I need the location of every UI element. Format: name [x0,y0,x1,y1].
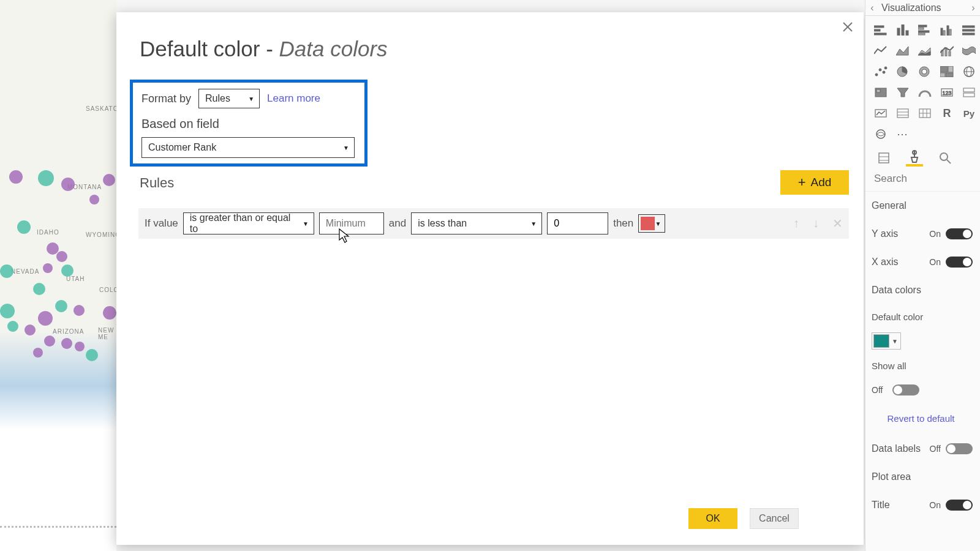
scatter-chart-icon[interactable] [872,64,890,80]
card-icon[interactable]: 123 [938,84,956,100]
svg-text:123: 123 [942,90,951,96]
learn-more-link[interactable]: Learn more [267,92,320,105]
hundred-percent-bar-chart-icon[interactable] [960,22,978,38]
kpi-icon[interactable] [872,105,890,121]
line-chart-icon[interactable] [872,43,890,59]
svg-rect-15 [949,29,951,36]
stacked-column-chart-icon[interactable] [894,22,912,38]
rule-value-1-input[interactable] [319,212,384,234]
ok-button[interactable]: OK [688,508,737,529]
map-label: NEW ME [98,327,116,340]
prop-default-color-label: Default color [869,304,973,329]
map-label: NEVADA [11,268,39,275]
x-axis-toggle[interactable] [946,257,973,268]
svg-rect-31 [940,73,945,77]
map-icon[interactable] [960,64,978,80]
clustered-column-chart-icon[interactable] [938,22,956,38]
treemap-icon[interactable] [938,64,956,80]
prop-data-colors[interactable]: Data colors [869,276,973,304]
pie-chart-icon[interactable] [894,64,912,80]
map-label: COLOR [99,287,116,293]
map-label: ARIZONA [53,328,84,335]
rule-operator-1-select[interactable]: is greater than or equal to [183,212,314,234]
stacked-area-chart-icon[interactable] [916,43,934,59]
more-visuals-icon[interactable]: ⋯ [894,126,912,142]
svg-rect-37 [876,89,880,92]
close-button[interactable] [839,18,856,36]
rule-operator-1-value: is greater than or equal to [190,212,295,234]
stacked-bar-chart-icon[interactable] [872,22,890,38]
svg-rect-7 [906,31,908,36]
svg-rect-17 [962,29,974,31]
rule-value-2-input[interactable] [547,212,608,234]
prop-data-labels[interactable]: Data labels Off [869,435,973,463]
data-labels-toggle[interactable] [946,443,973,454]
map-label: IDAHO [37,229,59,236]
table-icon[interactable] [916,105,934,121]
svg-point-24 [883,71,885,73]
cancel-button[interactable]: Cancel [750,508,799,529]
analytics-tab[interactable] [937,149,954,167]
toggle-off-label: Off [872,385,883,395]
svg-rect-4 [874,33,886,35]
toggle-off-label: Off [930,444,941,454]
panel-collapse-left-button[interactable]: ‹ [865,2,879,13]
fields-tab[interactable] [875,149,892,167]
based-on-field-select[interactable]: Customer Rank [141,137,355,158]
show-all-toggle[interactable] [892,384,919,395]
svg-rect-30 [948,66,953,72]
rule-operator-2-value: is less than [418,218,467,229]
prop-x-axis[interactable]: X axis On [869,248,973,276]
filled-map-icon[interactable] [872,84,890,100]
if-value-label: If value [145,217,178,230]
default-color-swatch [873,334,889,348]
area-chart-icon[interactable] [894,43,912,59]
map-background: SASKATCH MONTANA IDAHO WYOMING NEVADA UT… [0,0,116,551]
python-visual-icon[interactable]: Py [960,105,978,121]
format-by-highlight: Format by Rules Learn more Based on fiel… [130,80,368,167]
rule-color-picker[interactable]: ▼ [638,214,665,233]
arcgis-map-icon[interactable] [872,126,890,142]
title-toggle[interactable] [946,500,973,511]
svg-rect-12 [941,28,943,36]
funnel-icon[interactable] [894,84,912,100]
r-visual-icon[interactable]: R [938,105,956,121]
chevron-down-icon: ▼ [892,338,898,345]
ribbon-chart-icon[interactable] [960,43,978,59]
default-color-picker[interactable]: ▼ [872,332,901,350]
svg-rect-51 [879,153,889,163]
clustered-bar-chart-icon[interactable] [916,22,934,38]
revert-to-default-link[interactable]: Revert to default [869,402,973,435]
y-axis-toggle[interactable] [946,228,973,239]
delete-rule-icon[interactable]: ✕ [832,216,843,231]
add-rule-button[interactable]: + Add [780,170,849,195]
prop-title[interactable]: Title On [869,491,973,519]
format-by-select[interactable]: Rules [198,89,260,108]
svg-rect-5 [897,28,900,36]
close-icon [842,21,853,32]
donut-chart-icon[interactable] [916,64,934,80]
svg-rect-41 [963,93,974,97]
format-tab[interactable] [906,149,923,167]
dialog-title-prefix: Default color - [140,37,279,61]
search-input[interactable]: Search [865,169,980,192]
prop-y-axis[interactable]: Y axis On [869,220,973,248]
format-by-label: Format by [141,92,191,105]
svg-rect-10 [918,31,929,32]
gauge-icon[interactable] [916,84,934,100]
based-on-field-value: Customer Rank [148,142,216,153]
rule-operator-2-select[interactable]: is less than [411,212,542,234]
panel-collapse-right-button[interactable]: › [967,2,980,13]
visualizations-panel: ‹ Visualizations › 123 R Py [865,0,980,551]
svg-rect-3 [874,29,880,31]
slicer-icon[interactable] [894,105,912,121]
prop-plot-area[interactable]: Plot area [869,463,973,491]
svg-point-22 [875,73,878,76]
svg-line-56 [947,160,951,163]
move-up-icon[interactable]: ↑ [793,216,799,231]
multi-row-card-icon[interactable] [960,84,978,100]
prop-general[interactable]: General [869,192,973,220]
move-down-icon[interactable]: ↓ [813,216,819,231]
line-column-chart-icon[interactable] [938,43,956,59]
visualizations-title: Visualizations [879,2,967,13]
